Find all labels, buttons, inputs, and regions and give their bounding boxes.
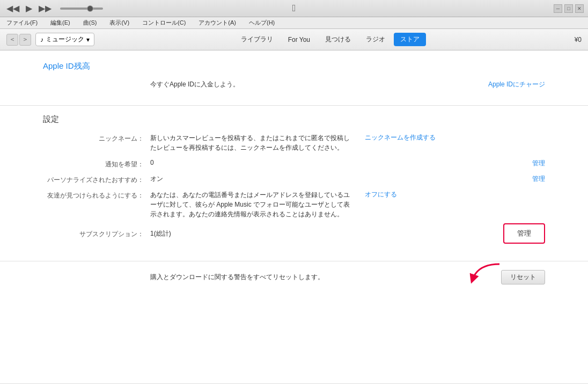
notifications-label: 通知を希望： [43,159,150,169]
apple-id-charge-link[interactable]: Apple IDにチャージ [488,80,545,89]
reset-description: 購入とダウンロードに関する警告をすべてリセットします。 [43,273,501,282]
arrow-annotation [462,259,505,286]
nav-bar: ＜ ＞ ♪ ミュージック ▾ ライブラリ For You 見つける ラジオ スト… [0,29,588,50]
volume-slider[interactable] [60,8,103,10]
nickname-description: 新しいカスマーレビューを投稿する、またはこれまでに匿名で投稿したレビューを再投稿… [150,133,354,152]
reset-button[interactable]: リセット [501,270,545,284]
player-controls: ◀◀ ▶ ▶▶ [4,2,103,14]
maximize-button[interactable]: □ [564,4,573,13]
music-note-icon: ♪ [40,36,43,43]
friends-row: 友達が見つけられるようにする： あなたは、あなたの電話番号またはメールアドレスを… [43,190,545,219]
nickname-row: ニックネーム： 新しいカスマーレビューを投稿する、またはこれまでに匿名で投稿した… [43,133,545,152]
menu-help[interactable]: ヘルプ(H) [247,18,277,28]
nav-forward-button[interactable]: ＞ [19,34,31,46]
menu-view[interactable]: 表示(V) [107,18,131,28]
menu-file[interactable]: ファイル(F) [4,18,40,28]
subscription-manage-button[interactable]: 管理 [503,223,545,244]
friends-description: あなたは、あなたの電話番号またはメールアドレスを登録しているユーザに対して、彼ら… [150,190,354,219]
rewind-button[interactable]: ◀◀ [4,2,21,14]
music-label: ミュージック [46,35,84,44]
settings-section: 設定 ニックネーム： 新しいカスマーレビューを投稿する、またはこれまでに匿名で投… [11,106,577,257]
forward-button[interactable]: ▶▶ [36,2,54,14]
apple-id-title: Apple ID残高 [43,61,545,71]
settings-title: 設定 [43,114,545,125]
window-controls: ─ □ ✕ [554,4,584,13]
personalized-manage-link[interactable]: 管理 [532,174,545,184]
apple-id-section: Apple ID残高 今すぐApple IDに入金しよう。 Apple IDにチ… [11,50,577,105]
subscription-action-area: 管理 [503,223,545,244]
subscription-label: サブスクリプション： [43,229,150,239]
nav-tabs: ライブラリ For You 見つける ラジオ ストア [234,33,426,46]
notifications-value: 0 [150,159,521,166]
personalized-row: パーソナライズされたおすすめ： オン 管理 [43,174,545,185]
title-bar: ◀◀ ▶ ▶▶  ─ □ ✕ [0,0,588,17]
tab-radio[interactable]: ラジオ [359,33,392,46]
apple-id-row: 今すぐApple IDに入金しよう。 Apple IDにチャージ [43,80,545,89]
tab-discover[interactable]: 見つける [319,33,357,46]
nav-arrows: ＜ ＞ [6,34,31,46]
pink-arrow-icon [462,259,505,286]
menu-song[interactable]: 曲(S) [81,18,99,28]
account-balance: ¥0 [575,36,582,43]
personalized-value: オン [150,174,521,184]
tab-store[interactable]: ストア [394,33,426,46]
tab-for-you[interactable]: For You [282,34,317,46]
menu-account[interactable]: アカウント(A) [196,18,238,28]
create-nickname-link[interactable]: ニックネームを作成する [365,133,436,142]
nav-back-button[interactable]: ＜ [6,34,18,46]
notifications-row: 通知を希望： 0 管理 [43,159,545,169]
apple-id-label [43,80,150,81]
menu-controls[interactable]: コントロール(C) [140,18,188,28]
tab-library[interactable]: ライブラリ [234,33,280,46]
music-selector[interactable]: ♪ ミュージック ▾ [35,33,94,46]
volume-thumb [87,5,93,12]
personalized-label: パーソナライズされたおすすめ： [43,174,150,185]
notifications-manage-link[interactable]: 管理 [532,159,545,168]
menu-edit[interactable]: 編集(E) [48,18,72,28]
close-button[interactable]: ✕ [575,4,584,13]
main-content: Apple ID残高 今すぐApple IDに入金しよう。 Apple IDにチ… [0,50,588,383]
bottom-bar: 終了 [0,383,588,387]
subscription-row: サブスクリプション： 1(総計) 管理 [43,223,545,244]
minimize-button[interactable]: ─ [554,4,562,13]
apple-id-description: 今すぐApple IDに入金しよう。 [150,80,477,89]
friends-off-link[interactable]: オフにする [365,190,397,199]
menu-bar: ファイル(F) 編集(E) 曲(S) 表示(V) コントロール(C) アカウント… [0,17,588,29]
subscription-value: 1(総計) [150,229,493,238]
nickname-label: ニックネーム： [43,133,150,143]
dropdown-icon: ▾ [86,36,90,43]
friends-label: 友達が見つけられるようにする： [43,190,150,200]
apple-logo:  [292,3,296,14]
play-button[interactable]: ▶ [24,2,34,14]
